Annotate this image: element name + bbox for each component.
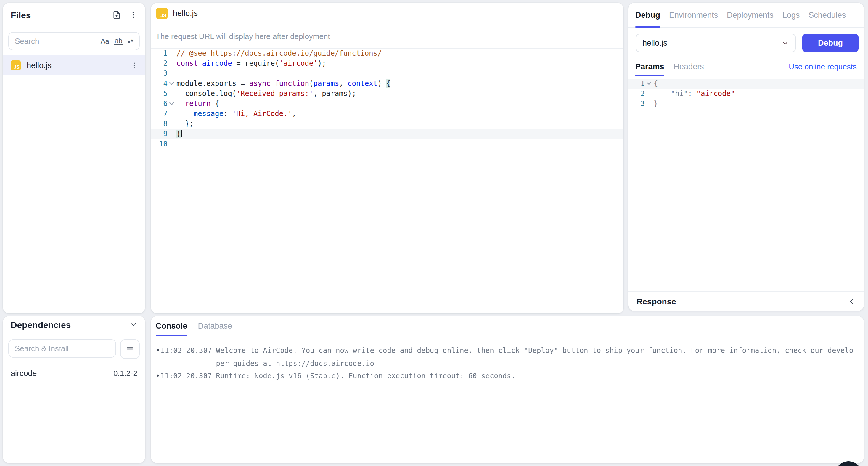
line-number: 1	[151, 49, 167, 59]
fold-icon[interactable]	[169, 81, 174, 86]
code-text: };	[177, 119, 623, 129]
file-menu-kebab-icon[interactable]	[130, 61, 138, 69]
log-bullet: •	[156, 370, 160, 383]
tab-params[interactable]: Params	[635, 57, 664, 76]
file-row-hello-js[interactable]: JShello.js	[3, 55, 145, 75]
line-number: 2	[151, 59, 167, 69]
response-header: Response	[628, 291, 864, 311]
code-text: "hi": "aircode"	[654, 89, 864, 99]
response-title: Response	[637, 297, 847, 306]
dependency-row-aircode: aircode0.1.2-2	[3, 365, 145, 381]
match-case-icon[interactable]: Aa	[101, 37, 109, 45]
request-tabs-row: ParamsHeaders Use online requests	[628, 57, 864, 76]
dependencies-panel: Dependencies aircode0.1.2-2	[3, 316, 145, 463]
code-line: 3	[151, 69, 623, 79]
files-search-tools: Aa ab ▪*	[101, 32, 134, 50]
editor-tab-bar: JS hello.js	[151, 3, 623, 24]
log-entry: •11:02:20.307Runtime: Node.js v16 (Stabl…	[156, 370, 857, 383]
file-list: JShello.js	[3, 55, 145, 75]
code-line: 5 console.log('Received params:', params…	[151, 89, 623, 99]
line-number: 3	[151, 69, 167, 79]
dependency-list: aircode0.1.2-2	[3, 365, 145, 381]
text-cursor	[181, 130, 182, 137]
console-tabs: ConsoleDatabase	[151, 316, 864, 336]
dependencies-search-row	[8, 339, 140, 359]
code-text: console.log('Received params:', params);	[177, 89, 623, 99]
files-header: Files	[3, 3, 145, 27]
code-line: 3}	[628, 99, 864, 109]
editor-panel: JS hello.js The request URL will display…	[151, 3, 623, 313]
line-number: 4	[151, 79, 167, 89]
tab-deployments[interactable]: Deployments	[727, 3, 774, 27]
code-line: 4module.exports = async function(params,…	[151, 79, 623, 89]
tab-debug[interactable]: Debug	[635, 3, 660, 27]
tab-schedules[interactable]: Schedules	[808, 3, 846, 27]
function-select-value: hello.js	[643, 38, 667, 48]
code-line: 10	[151, 139, 623, 149]
package-version: 0.1.2-2	[113, 369, 137, 377]
files-header-actions	[112, 10, 137, 20]
code-text: {	[654, 79, 864, 89]
editor-tab-hello-js[interactable]: hello.js	[173, 9, 198, 18]
fold-icon[interactable]	[169, 101, 174, 106]
code-editor[interactable]: 1// @see https://docs.aircode.io/guide/f…	[151, 49, 623, 149]
dependencies-title: Dependencies	[11, 319, 129, 330]
chevron-down-icon[interactable]	[129, 320, 137, 329]
code-text: // @see https://docs.aircode.io/guide/fu…	[177, 49, 623, 59]
tab-console[interactable]: Console	[156, 316, 187, 336]
code-line: 9}	[151, 129, 623, 139]
log-message: Welcome to AirCode. You can now write co…	[216, 345, 857, 370]
request-tabs: ParamsHeaders	[635, 57, 789, 76]
debug-panel: DebugEnvironmentsDeploymentsLogsSchedule…	[628, 3, 864, 311]
aircode-app: Files Aa ab ▪* JShello.js Dependencies	[0, 0, 868, 466]
new-file-icon[interactable]	[112, 10, 121, 20]
params-editor[interactable]: 1{2 "hi": "aircode"3}	[628, 76, 864, 109]
dependencies-menu-button[interactable]	[120, 339, 140, 359]
request-url-placeholder: The request URL will display here after …	[156, 32, 330, 40]
log-timestamp: 11:02:20.307	[160, 345, 212, 370]
code-line: 6 return {	[151, 99, 623, 109]
log-bullet: •	[156, 345, 160, 370]
whole-word-icon[interactable]: ab	[115, 38, 123, 45]
tab-headers[interactable]: Headers	[674, 57, 704, 76]
tab-database[interactable]: Database	[198, 316, 232, 336]
console-link[interactable]: https://docs.aircode.io	[276, 359, 374, 367]
line-number: 9	[151, 129, 167, 139]
debug-panel-tabs: DebugEnvironmentsDeploymentsLogsSchedule…	[628, 3, 864, 28]
chevron-down-icon	[781, 39, 789, 48]
code-text: message: 'Hi, AirCode.',	[177, 109, 623, 119]
request-url-bar: The request URL will display here after …	[151, 24, 623, 49]
line-number: 5	[151, 89, 167, 99]
dependencies-header[interactable]: Dependencies	[3, 316, 145, 333]
code-text: return {	[177, 99, 623, 109]
package-name: aircode	[11, 369, 113, 377]
code-line: 2const aircode = require('aircode');	[151, 59, 623, 69]
log-entry: •11:02:20.307Welcome to AirCode. You can…	[156, 345, 857, 370]
js-file-icon: JS	[11, 60, 21, 70]
fold-icon[interactable]	[647, 81, 651, 86]
tab-logs[interactable]: Logs	[782, 3, 800, 27]
log-message: Runtime: Node.js v16 (Stable). Function …	[216, 370, 857, 383]
code-text: }	[177, 129, 623, 139]
files-menu-kebab-icon[interactable]	[129, 10, 137, 20]
debug-controls-row: hello.js Debug	[636, 34, 859, 52]
code-line: 1// @see https://docs.aircode.io/guide/f…	[151, 49, 623, 59]
file-name: hello.js	[27, 61, 130, 69]
line-number: 2	[628, 89, 645, 99]
code-line: 2 "hi": "aircode"	[628, 89, 864, 99]
files-search: Aa ab ▪*	[8, 32, 140, 50]
log-timestamp: 11:02:20.307	[160, 370, 212, 383]
code-text: const aircode = require('aircode');	[177, 59, 623, 69]
dependencies-search-input[interactable]	[8, 339, 116, 358]
code-line: 7 message: 'Hi, AirCode.',	[151, 109, 623, 119]
function-select[interactable]: hello.js	[636, 34, 796, 52]
tab-environments[interactable]: Environments	[669, 3, 718, 27]
debug-button[interactable]: Debug	[802, 34, 859, 52]
code-text: module.exports = async function(params, …	[177, 79, 623, 89]
js-badge-text: JS	[13, 64, 20, 69]
regex-icon[interactable]: ▪*	[128, 38, 134, 45]
console-panel: ConsoleDatabase •11:02:20.307Welcome to …	[151, 316, 864, 463]
line-number: 3	[628, 99, 645, 109]
chevron-left-icon[interactable]	[847, 297, 856, 306]
use-online-requests-link[interactable]: Use online requests	[789, 62, 857, 71]
